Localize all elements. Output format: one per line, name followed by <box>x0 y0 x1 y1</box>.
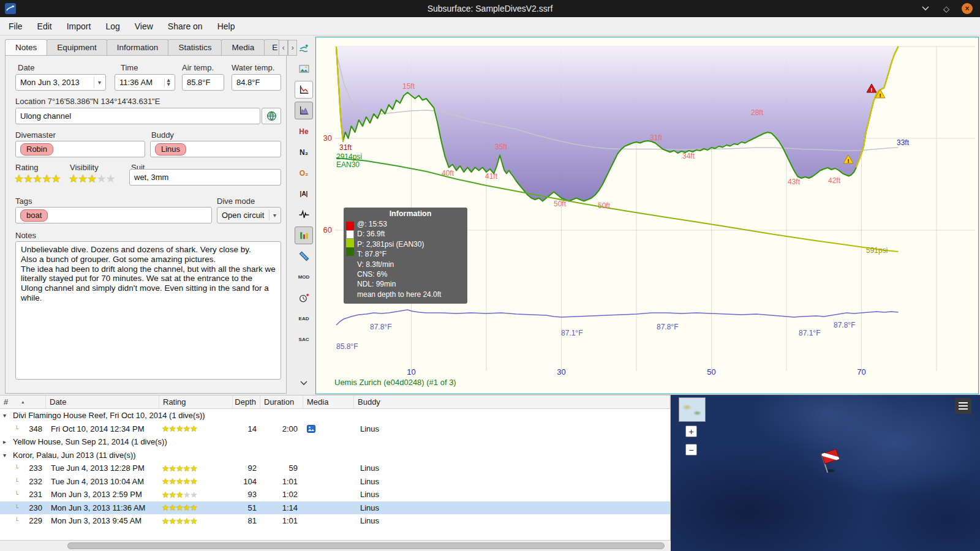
trip-row[interactable]: ▸Yellow House, Sun Sep 21, 2014 (1 dive(… <box>0 435 670 449</box>
star-icon[interactable]: ★ <box>169 424 176 433</box>
tab-notes[interactable]: Notes <box>5 39 47 56</box>
profile-info-box[interactable]: Information @: 15:53D: 36.9ftP: 2,381psi… <box>344 208 467 304</box>
horizontal-scrollbar[interactable] <box>0 540 671 551</box>
air-temp-field[interactable]: 85.8°F <box>182 74 224 91</box>
chevron-down-icon[interactable]: ▾ <box>94 77 101 88</box>
star-icon[interactable]: ★ <box>176 503 183 512</box>
trip-row[interactable]: ▾Divi Flamingo House Reef, Fri Oct 10, 2… <box>0 409 670 422</box>
star-icon[interactable]: ★ <box>176 464 183 473</box>
dive-row-232[interactable]: └232Tue Jun 4, 2013 10:04 AM★★★★★1041:01… <box>0 475 670 489</box>
column-header-depth[interactable]: Depth <box>233 395 260 408</box>
dive-site-flag-marker[interactable] <box>816 445 847 478</box>
column-header-num[interactable]: #▴ <box>0 395 46 408</box>
tag-boat[interactable]: boat <box>20 209 48 222</box>
star-icon[interactable]: ★ <box>183 517 190 525</box>
suit-field[interactable]: wet, 3mm <box>129 169 281 186</box>
menu-import[interactable]: Import <box>59 18 99 34</box>
helium-graph-button[interactable]: He <box>295 122 313 140</box>
column-header-rating[interactable]: Rating <box>159 395 233 408</box>
star-icon[interactable]: ★ <box>176 424 183 433</box>
star-icon[interactable]: ★ <box>169 464 176 473</box>
column-header-duration[interactable]: Duration <box>260 395 303 408</box>
tab-equipment[interactable]: Equipment <box>47 39 107 56</box>
menu-file[interactable]: File <box>1 18 30 34</box>
visibility-stars[interactable]: ★★★★★ <box>69 173 115 184</box>
star-icon[interactable]: ★ <box>78 173 87 184</box>
map-panel[interactable]: + − <box>671 395 980 551</box>
tab-media[interactable]: Media <box>221 39 265 56</box>
dive-row-233[interactable]: └233Tue Jun 4, 2013 12:28 PM★★★★★9259Lin… <box>0 462 670 475</box>
star-icon[interactable]: ★ <box>169 503 176 512</box>
dive-mode-select[interactable]: Open circuit ▾ <box>217 207 281 223</box>
menu-view[interactable]: View <box>127 18 160 34</box>
star-icon[interactable]: ★ <box>169 490 176 499</box>
menu-share-on[interactable]: Share on <box>160 18 210 34</box>
ead-button[interactable]: EAD <box>295 310 313 328</box>
divemaster-field[interactable]: Robin <box>15 141 145 157</box>
tab-e[interactable]: E <box>264 39 279 56</box>
heart-rate-button[interactable] <box>295 206 313 223</box>
star-icon[interactable]: ★ <box>51 173 61 184</box>
buddy-field[interactable]: Linus <box>150 141 281 157</box>
trip-row[interactable]: ▾Koror, Palau, Jun 2013 (11 dive(s)) <box>0 449 670 462</box>
star-icon[interactable]: ★ <box>106 173 115 184</box>
star-icon[interactable]: ★ <box>96 173 105 184</box>
toolbar-scroll-down-button[interactable] <box>295 374 313 392</box>
star-icon[interactable]: ★ <box>176 477 183 485</box>
oxygen-graph-button[interactable]: O₂ <box>295 164 313 182</box>
water-temp-field[interactable]: 84.8°F <box>232 74 281 91</box>
minimize-icon[interactable] <box>920 3 931 14</box>
star-icon[interactable]: ★ <box>190 517 197 525</box>
plan-chart-button[interactable] <box>295 81 313 99</box>
star-icon[interactable]: ★ <box>162 464 169 473</box>
scrollbar-thumb[interactable] <box>67 542 665 549</box>
star-icon[interactable]: ★ <box>190 490 197 499</box>
star-icon[interactable]: ★ <box>14 173 23 184</box>
dive-profile-panel[interactable]: !!!31ft2914psiEAN3015ft40ft35ft41ft50ft5… <box>315 37 979 394</box>
tab-statistics[interactable]: Statistics <box>168 39 222 56</box>
close-icon[interactable]: × <box>962 3 973 14</box>
column-header-media[interactable]: Media <box>303 395 354 408</box>
collapse-icon[interactable]: ▾ <box>3 452 9 459</box>
spinner-arrows-icon[interactable]: ▲▼ <box>164 78 170 87</box>
star-icon[interactable]: ★ <box>190 464 197 473</box>
column-header-buddy[interactable]: Buddy <box>354 395 670 408</box>
buddy-tag[interactable]: Linus <box>155 143 186 156</box>
menu-log[interactable]: Log <box>98 18 127 34</box>
tab-scroll-left-icon[interactable]: ‹ <box>279 40 288 56</box>
divemaster-tag[interactable]: Robin <box>20 143 53 156</box>
rating-stars[interactable]: ★★★★★ <box>14 173 61 184</box>
star-icon[interactable]: ★ <box>190 424 197 433</box>
star-icon[interactable]: ★ <box>162 424 169 433</box>
menu-help[interactable]: Help <box>210 18 243 34</box>
swimmer-button[interactable] <box>295 39 313 57</box>
map-overview-widget[interactable] <box>679 397 706 422</box>
ruler-button[interactable] <box>295 247 313 265</box>
nitrogen-graph-button[interactable]: N₂ <box>295 143 313 161</box>
time-stepper[interactable]: 11:36 AM ▲▼ <box>115 74 175 91</box>
star-icon[interactable]: ★ <box>169 517 176 525</box>
ndl-clock-button[interactable] <box>295 289 313 307</box>
dive-row-229[interactable]: └229Mon Jun 3, 2013 9:45 AM★★★★★811:01Li… <box>0 514 670 528</box>
star-icon[interactable]: ★ <box>23 173 32 184</box>
star-icon[interactable]: ★ <box>42 173 51 184</box>
star-icon[interactable]: ★ <box>69 173 78 184</box>
date-select[interactable]: Mon Jun 3, 2013 ▾ <box>15 74 106 91</box>
maximize-icon[interactable]: ◇ <box>941 3 952 14</box>
star-icon[interactable]: ★ <box>169 477 176 485</box>
star-icon[interactable]: ★ <box>162 477 169 485</box>
expand-icon[interactable]: ▸ <box>3 438 9 445</box>
map-zoom-out-button[interactable]: − <box>685 444 697 455</box>
star-icon[interactable]: ★ <box>176 490 183 499</box>
chevron-down-icon[interactable]: ▾ <box>269 210 276 220</box>
star-icon[interactable]: ★ <box>190 503 197 512</box>
star-icon[interactable]: ★ <box>87 173 96 184</box>
star-icon[interactable]: ★ <box>183 424 190 433</box>
dive-row-348[interactable]: └348Fri Oct 10, 2014 12:34 PM★★★★★142:00… <box>0 422 670 436</box>
sac-button[interactable]: SAC <box>295 331 313 348</box>
dive-row-231[interactable]: └231Mon Jun 3, 2013 2:59 PM★★★★★931:02Li… <box>0 488 670 501</box>
star-icon[interactable]: ★ <box>183 503 190 512</box>
location-input[interactable]: Ulong channel <box>15 108 260 124</box>
tab-information[interactable]: Information <box>107 39 169 56</box>
map-zoom-in-button[interactable]: + <box>685 425 697 437</box>
